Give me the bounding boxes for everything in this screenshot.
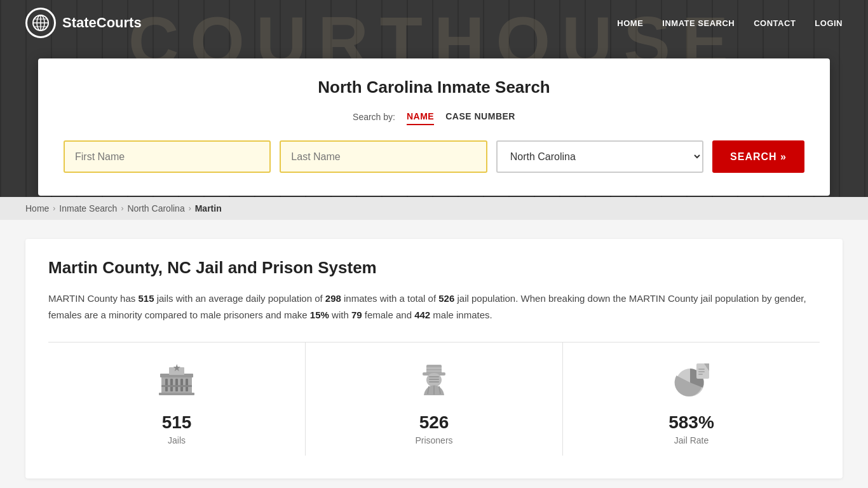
nav-home[interactable]: HOME [617, 18, 643, 28]
daily-pop: 298 [325, 293, 341, 304]
header: COURTHOUSE StateCourts HOME INMATE SEARC… [0, 0, 868, 197]
svg-rect-33 [698, 374, 703, 375]
stats-row: 515 Jails [48, 342, 820, 456]
desc-text-7: male inmates. [430, 309, 492, 320]
prisoners-stat-number: 526 [419, 412, 449, 433]
jail-icon [154, 358, 199, 402]
logo-text: StateCourts [62, 15, 142, 31]
search-by-tabs: Search by: NAME CASE NUMBER [64, 109, 804, 125]
female-pct: 15% [310, 309, 329, 320]
svg-rect-31 [698, 369, 705, 370]
desc-text-3: inmates with a total of [341, 293, 438, 304]
search-by-label: Search by: [353, 112, 395, 122]
nav-links: HOME INMATE SEARCH CONTACT LOGIN [617, 18, 843, 28]
svg-rect-32 [698, 371, 705, 372]
desc-text-5: with [329, 309, 351, 320]
total-pop: 526 [438, 293, 454, 304]
breadcrumb-north-carolina[interactable]: North Carolina [127, 203, 184, 214]
breadcrumb-sep-2: › [121, 204, 123, 213]
desc-text-1: MARTIN County has [48, 293, 138, 304]
county-card: Martin County, NC Jail and Prison System… [25, 239, 843, 478]
search-card: North Carolina Inmate Search Search by: … [38, 58, 830, 196]
nav-login[interactable]: LOGIN [815, 18, 843, 28]
jails-stat-label: Jails [168, 435, 186, 445]
breadcrumb-sep-1: › [53, 204, 55, 213]
logo-icon [25, 8, 56, 38]
svg-rect-19 [426, 367, 442, 369]
county-title: Martin County, NC Jail and Prison System [48, 258, 820, 278]
main-content: Martin County, NC Jail and Prison System… [0, 220, 868, 488]
search-button[interactable]: SEARCH » [712, 140, 804, 173]
breadcrumb-home[interactable]: Home [25, 203, 49, 214]
state-select[interactable]: North Carolina Alabama Alaska Arizona Ca… [496, 140, 703, 173]
desc-text-6: female and [362, 309, 415, 320]
desc-text-2: jails with an average daily population o… [154, 293, 325, 304]
stat-prisoners: 526 Prisoners [306, 342, 563, 456]
svg-rect-16 [159, 393, 194, 395]
female-count: 79 [351, 309, 362, 320]
rate-icon [669, 358, 714, 402]
svg-rect-23 [429, 379, 439, 380]
breadcrumb-current: Martin [195, 203, 222, 214]
prisoner-icon [412, 358, 456, 402]
jail-rate-stat-number: 583% [668, 412, 714, 433]
tab-name[interactable]: NAME [407, 109, 434, 125]
tab-case-number[interactable]: CASE NUMBER [445, 109, 515, 125]
breadcrumb: Home › Inmate Search › North Carolina › … [0, 197, 868, 220]
male-count: 442 [414, 309, 430, 320]
jails-count: 515 [138, 293, 154, 304]
search-inputs: North Carolina Alabama Alaska Arizona Ca… [64, 140, 804, 173]
nav-inmate-search[interactable]: INMATE SEARCH [662, 18, 735, 28]
logo[interactable]: StateCourts [25, 8, 142, 38]
svg-rect-15 [161, 385, 192, 387]
top-navigation: StateCourts HOME INMATE SEARCH CONTACT L… [0, 0, 868, 46]
nav-contact[interactable]: CONTACT [754, 18, 796, 28]
svg-rect-24 [429, 381, 439, 383]
svg-rect-20 [426, 370, 442, 372]
breadcrumb-inmate-search[interactable]: Inmate Search [59, 203, 117, 214]
search-title: North Carolina Inmate Search [64, 78, 804, 97]
jail-rate-stat-label: Jail Rate [674, 435, 709, 445]
stat-jail-rate: 583% Jail Rate [563, 342, 820, 456]
first-name-input[interactable] [64, 140, 271, 173]
breadcrumb-sep-3: › [189, 204, 191, 213]
county-description: MARTIN County has 515 jails with an aver… [48, 290, 820, 323]
svg-rect-22 [429, 376, 439, 377]
jails-stat-number: 515 [162, 412, 192, 433]
stat-jails: 515 Jails [48, 342, 306, 456]
last-name-input[interactable] [280, 140, 487, 173]
prisoners-stat-label: Prisoners [415, 435, 452, 445]
